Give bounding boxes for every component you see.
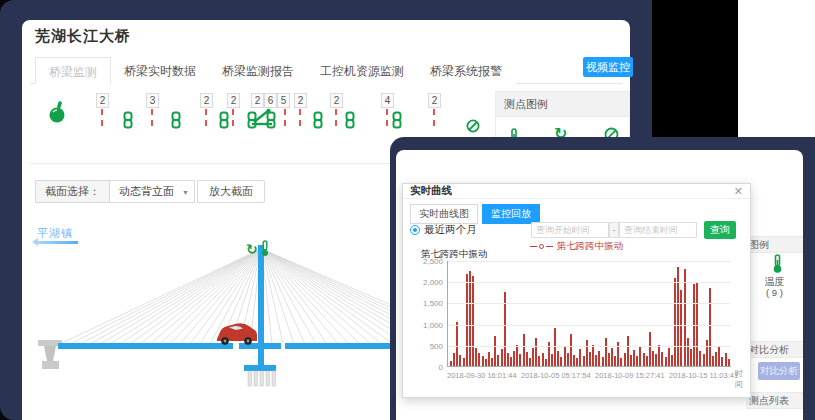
main-tab[interactable]: 桥梁实时数据 [111,57,209,84]
bar [535,338,537,366]
red-dashed-line [433,109,435,126]
bar [620,358,622,366]
bar [649,332,651,366]
chain-link-icon[interactable] [170,111,182,133]
main-tab[interactable]: 桥梁系统报警 [417,57,515,84]
date-range-radio[interactable]: 最近两个月 [410,223,477,237]
main-tab[interactable]: 工控机资源监测 [307,57,417,84]
bar [721,357,723,366]
x-tick-label: 2018-10-09 15:27:41 [595,371,665,380]
sensor-count-badge: 2 [200,93,213,108]
y-tick-label: 0 [405,363,443,372]
sensor-count-badge: 2 [330,93,343,108]
query-button[interactable]: 查询 [704,221,736,239]
dialog-tab[interactable]: 监控回放 [482,204,540,224]
end-time-input[interactable] [619,222,697,238]
bar [450,361,452,366]
start-time-input[interactable] [531,222,609,238]
bar [526,352,528,366]
sensor-count-badge: 6 [264,93,277,108]
radio-label: 最近两个月 [424,223,477,237]
bar [661,352,663,366]
x-tick-label: 2018-10-15 11:03:41 [669,371,738,380]
chain-link-icon[interactable] [218,111,230,133]
red-dashed-line [335,109,337,126]
sensor-count-badge: 2 [251,93,264,108]
bar [655,354,657,366]
pendulum-icon[interactable] [48,100,66,128]
rotate-arrow-icon[interactable]: ↻ [246,241,258,257]
bar [627,336,629,366]
section-select-group: 截面选择： 动态背立面▼ [35,180,195,203]
sensor-count-badge: 2 [428,93,441,108]
bar [576,358,578,366]
section-select-label: 截面选择： [35,180,110,203]
sensor-count-badge: 4 [381,93,394,108]
realtime-curve-dialog: 实时曲线 ✕ 实时曲线图监控回放 最近两个月 - 查询 第七跨跨中振动 第七跨跨… [402,183,751,398]
bar [595,355,597,366]
chain-link-icon[interactable] [312,111,324,133]
bar [478,353,480,366]
bar [687,338,689,366]
red-dashed-line [151,109,153,126]
bar [602,357,604,366]
bar [463,358,465,366]
temperature-count: ( 9 ) [746,287,803,298]
chain-link-icon[interactable] [391,111,403,133]
bar [573,355,575,366]
y-tick-label: 500 [405,342,443,351]
sidebar-legend-header: 图例 [746,236,803,253]
bar [589,352,591,366]
thermometer-icon[interactable] [260,240,270,261]
bar [658,345,660,366]
sensor-strip: 23222652242 [22,88,522,142]
bar [598,351,600,366]
desktop-white-area [738,0,815,137]
x-tick-label: 2018-10-05 05:17:54 [521,371,591,380]
main-tab[interactable]: 桥梁监测报告 [209,57,307,84]
divider [30,163,390,164]
bar [519,354,521,366]
plot-area [447,261,731,367]
video-monitor-button[interactable]: 视频监控 [583,57,633,77]
bar [497,355,499,366]
main-tab[interactable]: 桥梁监测 [35,57,111,84]
close-icon[interactable]: ✕ [734,186,743,196]
chevron-down-icon: ▼ [182,181,189,204]
bar [494,336,496,366]
chain-link-icon[interactable] [265,111,277,133]
bar [643,353,645,366]
bar [605,338,607,366]
dialog-tab[interactable]: 实时曲线图 [410,204,478,224]
bar [545,359,547,366]
bar [482,356,484,366]
bar [671,355,673,366]
desktop-black-area [652,0,738,137]
sensor-count-badge: 2 [294,93,307,108]
bar [532,348,534,366]
bar [453,353,455,366]
bar [674,278,676,366]
range-separator: - [609,222,619,238]
bar [614,356,616,367]
x-tick-label: 2018-09-30 16:01:44 [447,371,517,380]
compare-analysis-button[interactable]: 对比分析 [758,362,800,380]
radio-button-icon [410,225,420,235]
zoom-section-button[interactable]: 放大截面 [197,180,265,203]
bar [680,290,682,366]
bar [485,359,487,366]
red-dashed-line [386,109,388,126]
bar [639,347,641,366]
bar [466,274,468,366]
bar [579,349,581,366]
bar [668,348,670,366]
chain-link-icon[interactable] [344,111,356,133]
chain-link-icon[interactable] [122,111,134,133]
panel-title: 测点图例 [496,92,629,117]
no-entry-icon[interactable] [466,119,480,137]
bar [699,351,701,366]
section-select-dropdown[interactable]: 动态背立面▼ [110,180,195,203]
bar [529,358,531,366]
bar [725,353,727,366]
bar [510,357,512,366]
